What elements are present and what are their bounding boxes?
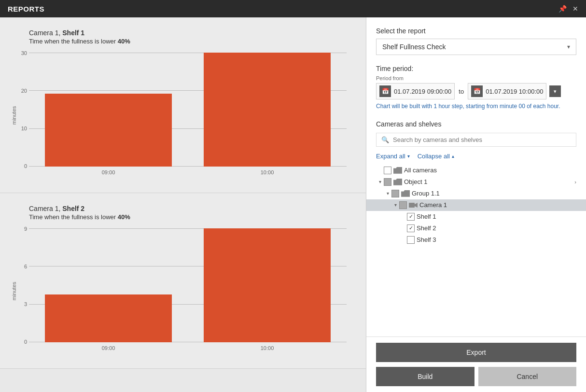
chart-2-area: minutes 9 6 3 — [29, 228, 347, 354]
bar-1-1 — [45, 94, 172, 167]
bar-group-2 — [188, 53, 347, 167]
period-to-spacer — [468, 75, 561, 81]
pin-icon[interactable]: 📌 — [558, 5, 567, 13]
charts-panel: Camera 1, Shelf 1 Time when the fullness… — [0, 17, 366, 392]
folder-icon-all — [393, 167, 402, 174]
calendar-to-icon[interactable]: 📅 — [471, 85, 483, 97]
collapse-all-button[interactable]: Collapse all ▴ — [418, 153, 454, 160]
camera1-icon — [409, 202, 418, 209]
shelf1-label: Shelf 1 — [417, 213, 576, 220]
expand-all-label: Expand all — [376, 153, 405, 160]
date-from-value: 01.07.2019 — [394, 88, 425, 95]
all-cameras-label: All cameras — [404, 167, 576, 174]
chart-2-bars — [29, 228, 347, 342]
search-icon: 🔍 — [381, 136, 389, 143]
chart-1-grid: 30 20 10 0 — [29, 53, 347, 178]
chart-2-container: Camera 1, Shelf 2 Time when the fullness… — [0, 193, 366, 369]
time-inputs: Period from 📅 01.07.2019 09:00:00 to 📅 — [376, 75, 576, 99]
shelf3-checkbox[interactable] — [407, 236, 415, 244]
svg-marker-1 — [415, 203, 418, 208]
tree-item-shelf1[interactable]: ✓ Shelf 1 — [376, 211, 576, 223]
export-button[interactable]: Export — [376, 343, 576, 362]
chevron-down-expand-icon: ▾ — [407, 154, 410, 159]
chevron-up-collapse-icon: ▴ — [452, 154, 454, 159]
calendar-from-icon[interactable]: 📅 — [379, 85, 391, 97]
camera-tree: All cameras ▾ Object 1 › ▾ Group 1.1 — [376, 165, 576, 246]
to-label: to — [459, 80, 464, 95]
folder-icon-object1 — [393, 179, 402, 185]
object1-label: Object 1 — [404, 178, 574, 185]
date-to-value: 01.07.2019 — [486, 88, 517, 95]
chart-1-container: Camera 1, Shelf 1 Time when the fullness… — [0, 17, 366, 193]
tree-item-all-cameras[interactable]: All cameras — [376, 165, 576, 176]
all-cameras-checkbox[interactable] — [384, 167, 391, 174]
time-period-label: Time period: — [376, 65, 576, 72]
chart-2-subtitle: Time when the fullness is lower 40% — [29, 213, 347, 221]
time-dropdown-icon[interactable]: ▾ — [549, 85, 561, 97]
bar-group-1 — [29, 53, 188, 167]
expand-all-button[interactable]: Expand all ▾ — [376, 153, 410, 160]
x-label-0900-1: 09:00 — [29, 167, 188, 178]
select-report-label: Select the report — [376, 27, 576, 35]
bar-2-1 — [45, 294, 172, 342]
bar-group-2-1 — [29, 228, 188, 342]
chart-1-area: minutes 30 20 10 — [29, 53, 347, 178]
camera1-checkbox[interactable] — [399, 201, 407, 209]
time-to-wrapper: 📅 01.07.2019 10:00:00 ▾ — [468, 83, 561, 99]
expand-object1-icon[interactable]: › — [574, 179, 576, 185]
time-from-field[interactable]: 📅 01.07.2019 09:00:00 — [376, 83, 455, 99]
bar-2-2 — [204, 228, 331, 342]
shelf1-checkbox[interactable]: ✓ — [407, 213, 415, 221]
bar-1-2 — [204, 53, 331, 167]
tree-item-group11[interactable]: ▾ Group 1.1 — [376, 188, 576, 199]
tree-item-shelf2[interactable]: ✓ Shelf 2 — [376, 223, 576, 234]
chart-2-title: Camera 1, Shelf 2 — [29, 205, 347, 212]
cameras-label: Cameras and shelves — [376, 120, 576, 128]
time-from-group: Period from 📅 01.07.2019 09:00:00 — [376, 75, 455, 99]
chevron-object1[interactable]: ▾ — [376, 179, 384, 184]
header: REPORTS 📌 ✕ — [0, 0, 586, 17]
x-label-0900-2: 09:00 — [29, 342, 188, 354]
chart-2-x-axis: 09:00 10:00 — [29, 342, 347, 354]
time-from-value: 09:00:00 — [427, 88, 452, 95]
tree-item-shelf3[interactable]: Shelf 3 — [376, 234, 576, 246]
chart-1-bars — [29, 53, 347, 167]
chart-1-x-axis: 09:00 10:00 — [29, 167, 347, 178]
action-buttons: Build Cancel — [376, 367, 576, 386]
time-to-group: 📅 01.07.2019 10:00:00 ▾ — [468, 75, 561, 99]
tree-item-camera1[interactable]: ▾ Camera 1 — [366, 199, 586, 211]
search-bar[interactable]: 🔍 — [376, 133, 576, 147]
chevron-down-icon: ▾ — [567, 43, 570, 50]
header-actions: 📌 ✕ — [558, 5, 578, 13]
time-to-field[interactable]: 📅 01.07.2019 10:00:00 — [468, 83, 546, 99]
shelf3-label: Shelf 3 — [417, 236, 576, 243]
svg-rect-0 — [409, 203, 415, 208]
close-icon[interactable]: ✕ — [572, 5, 578, 13]
x-label-1000-2: 10:00 — [188, 342, 347, 354]
chart-2-grid: 9 6 3 0 — [29, 228, 347, 354]
chart-2-y-label: minutes — [11, 282, 17, 301]
chart-hint: Chart will be built with 1 hour step, st… — [376, 102, 576, 111]
object1-checkbox[interactable] — [384, 178, 391, 186]
collapse-all-label: Collapse all — [418, 153, 450, 160]
chevron-camera1[interactable]: ▾ — [391, 202, 399, 208]
search-input[interactable] — [393, 136, 571, 143]
tree-item-object1[interactable]: ▾ Object 1 › — [376, 176, 576, 188]
report-dropdown[interactable]: Shelf Fullness Check ▾ — [376, 39, 576, 55]
time-to-value: 10:00:00 — [519, 88, 544, 95]
camera1-label: Camera 1 — [419, 201, 576, 209]
cancel-button[interactable]: Cancel — [478, 367, 577, 386]
report-dropdown-value: Shelf Fullness Check — [382, 43, 446, 51]
shelf2-checkbox[interactable]: ✓ — [407, 224, 415, 232]
chevron-group11[interactable]: ▾ — [384, 191, 391, 196]
chart-1-y-label: minutes — [11, 106, 17, 125]
group11-checkbox[interactable] — [391, 190, 399, 197]
shelf2-label: Shelf 2 — [417, 224, 576, 232]
right-panel: Select the report Shelf Fullness Check ▾… — [366, 17, 586, 392]
group11-label: Group 1.1 — [412, 190, 576, 197]
build-button[interactable]: Build — [376, 367, 474, 386]
right-panel-content: Select the report Shelf Fullness Check ▾… — [366, 17, 586, 336]
folder-icon-group11 — [401, 190, 410, 197]
x-label-1000-1: 10:00 — [188, 167, 347, 178]
main-layout: Camera 1, Shelf 1 Time when the fullness… — [0, 17, 586, 392]
